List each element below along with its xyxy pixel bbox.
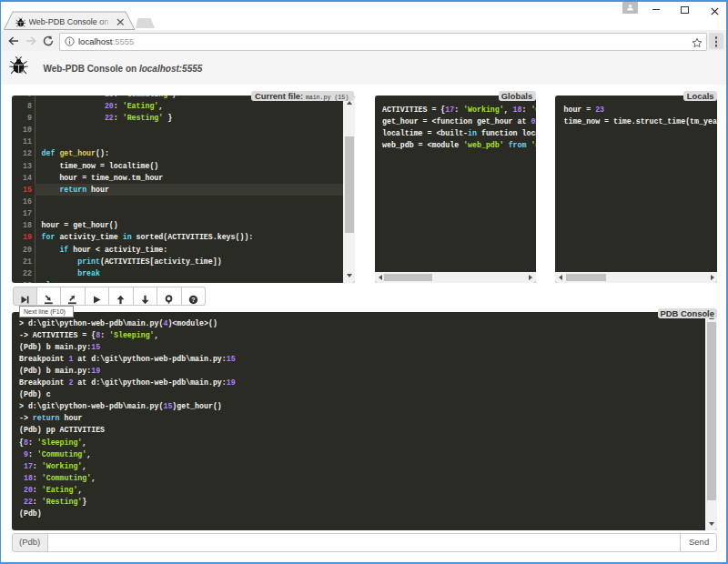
svg-text:?: ? xyxy=(191,297,195,303)
